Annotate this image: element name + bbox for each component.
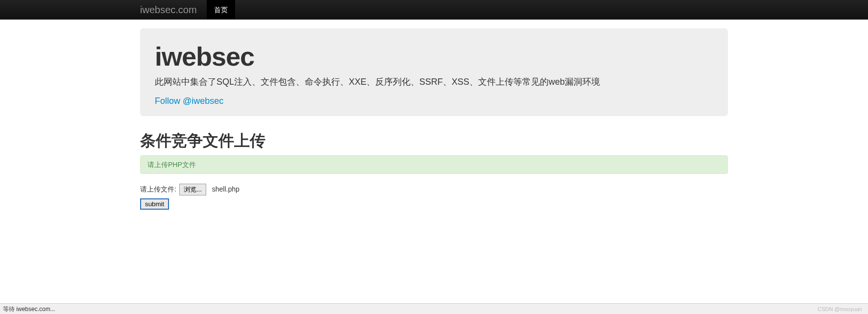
submit-button[interactable]: submit xyxy=(140,198,169,210)
upload-label: 请上传文件: xyxy=(140,185,176,193)
follow-link[interactable]: Follow @iwebsec xyxy=(155,96,223,106)
hero-title: iwebsec xyxy=(155,43,713,70)
navbar-inner: iwebsec.com 首页 xyxy=(130,0,738,19)
page-title: 条件竞争文件上传 xyxy=(140,131,728,150)
hero-unit: iwebsec 此网站中集合了SQL注入、文件包含、命令执行、XXE、反序列化、… xyxy=(140,28,728,116)
upload-form: 请上传文件: 浏览... shell.php submit xyxy=(140,184,728,210)
alert-success: 请上传PHP文件 xyxy=(140,155,728,174)
brand-link[interactable]: iwebsec.com xyxy=(140,0,207,19)
nav-home[interactable]: 首页 xyxy=(207,0,235,19)
navbar: iwebsec.com 首页 xyxy=(0,0,868,20)
browse-button[interactable]: 浏览... xyxy=(179,184,206,195)
hero-subtitle: 此网站中集合了SQL注入、文件包含、命令执行、XXE、反序列化、SSRF、XSS… xyxy=(155,75,713,89)
main-container: iwebsec 此网站中集合了SQL注入、文件包含、命令执行、XXE、反序列化、… xyxy=(130,28,738,210)
selected-filename: shell.php xyxy=(212,185,240,193)
